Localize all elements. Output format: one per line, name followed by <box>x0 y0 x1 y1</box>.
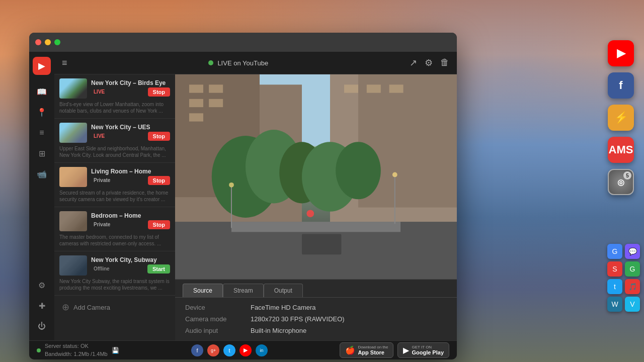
device-label: Device <box>185 304 251 311</box>
chat-small-icon[interactable]: 💬 <box>625 244 640 259</box>
google-play-icon: ▶ <box>403 345 409 355</box>
right-app-icons: ▶ f ⚡ AMS 5 ◎ <box>608 40 634 195</box>
wordpress-small-icon[interactable]: W <box>607 297 622 312</box>
vimeo-small-icon[interactable]: V <box>625 297 640 312</box>
sidebar-add-icon[interactable]: ✚ <box>33 297 51 315</box>
stop-button-bedroom[interactable]: Stop <box>148 220 170 229</box>
add-camera-plus-icon: ⊕ <box>62 302 69 313</box>
social-linkedin-button[interactable]: in <box>256 344 268 356</box>
window-controls <box>35 39 60 45</box>
youtube-app-icon[interactable]: ▶ <box>608 40 634 66</box>
facebook-app-icon[interactable]: f <box>608 72 634 99</box>
stop-button-nyc-birds[interactable]: Stop <box>148 87 170 97</box>
device-row: Device FaceTime HD Camera <box>185 304 447 311</box>
camera-desc-nyc-ues: Upper East Side and neighborhood, Manhat… <box>59 145 170 158</box>
svg-point-26 <box>392 172 397 177</box>
close-button[interactable] <box>35 39 41 45</box>
camera-item-nyc-birds[interactable]: New York City – Birds Eye LIVE Stop Bird… <box>54 74 175 119</box>
camera-header-bedroom: Bedroom – Home Private Stop <box>59 211 170 231</box>
tab-output[interactable]: Output <box>264 284 303 297</box>
svg-rect-9 <box>189 113 203 121</box>
s-small-icon[interactable]: S <box>607 261 622 277</box>
server-status-dot <box>37 348 41 352</box>
status-badge-nyc-subway: Offline <box>91 265 112 272</box>
share-icon[interactable]: ↗ <box>410 57 417 68</box>
app-store-button[interactable]: 🍎 Download on the App Store <box>340 342 393 358</box>
ams-app-icon[interactable]: AMS <box>608 137 634 163</box>
google-play-text: GET IT ON Google Play <box>412 345 444 355</box>
social-facebook-button[interactable]: f <box>191 344 203 356</box>
tab-stream[interactable]: Stream <box>223 284 264 297</box>
camera-item-living-room[interactable]: Living Room – Home Private Stop Secured … <box>54 163 175 207</box>
svg-point-22 <box>306 210 314 217</box>
social-google-plus-button[interactable]: g+ <box>207 344 219 356</box>
stop-button-living-room[interactable]: Stop <box>148 176 170 185</box>
small-app-icons-cluster: G 💬 S G t 🎵 W V <box>607 244 640 312</box>
camera-item-bedroom[interactable]: Bedroom – Home Private Stop The master b… <box>54 207 175 251</box>
title-bar <box>29 33 457 52</box>
stop-button-nyc-ues[interactable]: Stop <box>148 132 170 141</box>
sidebar-logo[interactable]: ▶ <box>33 57 51 75</box>
camera-status-row-nyc-ues: LIVE Stop <box>91 132 170 141</box>
camera-thumb-bedroom <box>59 211 87 231</box>
app-content: ▶ 📖 📍 ≡ ⊞ 📹 ⚙ ✚ ⏻ ≡ LIVE on YouTube ↗ <box>29 52 457 340</box>
sidebar-settings-icon[interactable]: ⚙ <box>33 276 51 294</box>
google-play-button[interactable]: ▶ GET IT ON Google Play <box>397 342 449 358</box>
camera-thumb-nyc-birds <box>59 78 87 99</box>
apple-icon: 🍎 <box>345 345 355 355</box>
social-youtube-button[interactable]: ▶ <box>239 344 252 356</box>
video-preview <box>175 74 457 279</box>
camera-desc-nyc-subway: New York City Subway, the rapid transit … <box>59 278 170 291</box>
app-store-main-label: App Store <box>358 349 388 355</box>
camera-list: New York City – Birds Eye LIVE Stop Bird… <box>54 74 175 340</box>
server-status: Server status: OK Bandwidth: 1.2Mb /1.4M… <box>37 342 119 358</box>
start-button-nyc-subway[interactable]: Start <box>147 264 170 274</box>
google-small-icon[interactable]: G <box>607 244 622 259</box>
device-value: FaceTime HD Camera <box>251 304 316 311</box>
sidebar-list-icon[interactable]: ≡ <box>33 124 51 142</box>
svg-rect-10 <box>344 84 358 93</box>
sidebar: ▶ 📖 📍 ≡ ⊞ 📹 ⚙ ✚ ⏻ <box>29 52 54 340</box>
svg-rect-5 <box>189 84 203 93</box>
minimize-button[interactable] <box>45 39 51 45</box>
svg-rect-6 <box>209 84 223 93</box>
camera-info-nyc-ues: New York City – UES LIVE Stop <box>91 124 170 142</box>
gear-icon[interactable]: ⚙ <box>425 57 433 68</box>
facebook-icon-label: f <box>619 79 622 92</box>
live-indicator: LIVE on YouTube <box>73 59 404 67</box>
maximize-button[interactable] <box>54 39 60 45</box>
s5-app-icon[interactable]: 5 ◎ <box>608 169 634 195</box>
audio-input-label: Audio input <box>185 327 251 334</box>
sidebar-library-icon[interactable]: 📖 <box>33 82 51 101</box>
camera-mode-row: Camera mode 644x362 30 FPS (RAWVIDEO) <box>185 315 447 323</box>
add-camera-button[interactable]: ⊕ Add Camera <box>54 296 175 319</box>
sidebar-power-icon[interactable]: ⏻ <box>33 317 51 335</box>
lightning-app-icon[interactable]: ⚡ <box>608 105 634 131</box>
top-bar: ≡ LIVE on YouTube ↗ ⚙ 🗑 <box>54 52 457 74</box>
tab-bar: Source Stream Output <box>175 280 457 298</box>
sidebar-location-icon[interactable]: 📍 <box>33 103 51 121</box>
svg-rect-7 <box>189 99 203 107</box>
camera-desc-bedroom: The master bedroom, connected to my list… <box>59 234 170 247</box>
camera-status-row-living-room: Private Stop <box>91 176 170 185</box>
sidebar-video-icon[interactable]: 📹 <box>33 165 51 183</box>
source-info-panel: Device FaceTime HD Camera Camera mode 12… <box>175 298 457 340</box>
twitter-small-icon[interactable]: t <box>607 279 622 294</box>
top-bar-actions: ↗ ⚙ 🗑 <box>410 57 449 68</box>
svg-rect-12 <box>389 84 404 93</box>
delete-icon[interactable]: 🗑 <box>440 57 449 68</box>
camera-item-nyc-ues[interactable]: New York City – UES LIVE Stop Upper East… <box>54 119 175 163</box>
status-badge-bedroom: Private <box>91 221 113 228</box>
camera-item-nyc-subway[interactable]: New York City, Subway Offline Start New … <box>54 251 175 296</box>
social-twitter-button[interactable]: t <box>223 344 235 356</box>
camera-mode-value: 644x362 30 FPS (RAWVIDEO) <box>251 315 345 323</box>
app-small-icon[interactable]: 🎵 <box>625 279 640 294</box>
status-badge-nyc-ues: LIVE <box>91 133 107 139</box>
store-buttons: 🍎 Download on the App Store ▶ GET IT ON … <box>340 342 449 358</box>
camera-header-living-room: Living Room – Home Private Stop <box>59 167 170 187</box>
hamburger-menu-icon[interactable]: ≡ <box>62 58 67 68</box>
tab-source[interactable]: Source <box>183 284 223 297</box>
google2-small-icon[interactable]: G <box>625 261 640 277</box>
sidebar-grid-icon[interactable]: ⊞ <box>33 144 51 162</box>
footer-social-buttons: f g+ t ▶ in <box>191 344 268 356</box>
